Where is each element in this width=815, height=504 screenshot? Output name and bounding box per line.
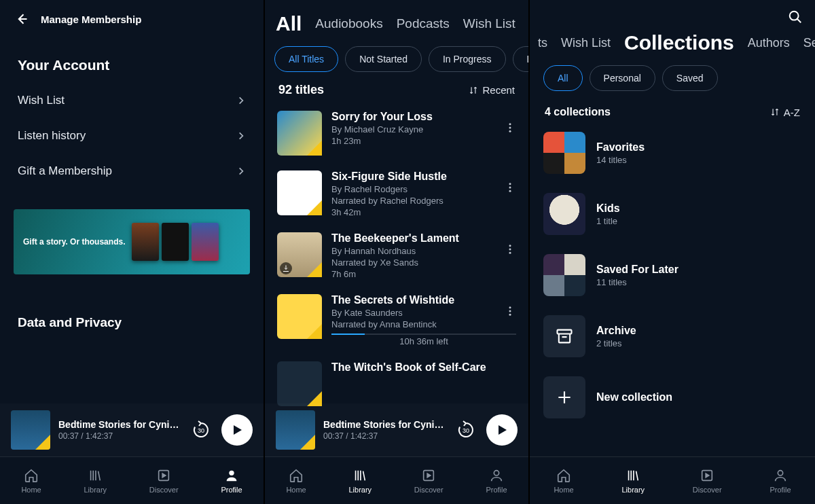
account-row-gift[interactable]: Gift a Membership: [0, 154, 264, 189]
nav-library[interactable]: Library: [621, 468, 645, 494]
add-collection-button[interactable]: [543, 376, 585, 418]
nav-home[interactable]: Home: [554, 468, 573, 494]
book-author: By Hannah Nordhaus: [331, 246, 516, 256]
sort-button[interactable]: Recent: [469, 84, 515, 96]
play-button[interactable]: [221, 414, 253, 446]
nav-label: Home: [286, 486, 306, 494]
chip-all[interactable]: All: [543, 65, 583, 91]
account-row-wishlist[interactable]: Wish List: [0, 83, 264, 118]
book-cover[interactable]: [277, 361, 322, 406]
panel-library: All Audiobooks Podcasts Wish List Co All…: [265, 0, 530, 504]
chip-not-started[interactable]: Not Started: [345, 46, 422, 72]
tab-cut-right[interactable]: Se: [803, 36, 815, 50]
svg-point-9: [509, 245, 511, 247]
sort-button[interactable]: A-Z: [770, 107, 800, 118]
title-count: 92 titles: [278, 83, 324, 97]
tab-podcasts[interactable]: Podcasts: [397, 16, 450, 31]
tab-wishlist[interactable]: Wish List: [561, 36, 611, 50]
play-button[interactable]: [486, 414, 518, 446]
back-arrow-icon[interactable]: [15, 12, 29, 26]
nav-discover[interactable]: Discover: [693, 468, 722, 494]
chip-in-progress[interactable]: In Progress: [429, 46, 506, 72]
nav-profile[interactable]: Profile: [486, 468, 507, 494]
discover-icon: [156, 468, 171, 483]
plus-icon: [556, 389, 573, 406]
nav-profile[interactable]: Profile: [769, 468, 791, 494]
book-title: The Witch's Book of Self-Care: [331, 361, 516, 374]
download-icon: [280, 262, 292, 274]
chip-personal[interactable]: Personal: [590, 65, 655, 91]
collection-row[interactable]: Kids1 title: [530, 183, 815, 245]
tab-wishlist[interactable]: Wish List: [463, 16, 515, 31]
nav-label: Library: [621, 486, 645, 494]
nav-label: Home: [21, 486, 41, 494]
nav-label: Library: [84, 486, 107, 494]
collection-cover: [543, 315, 585, 357]
nav-label: Profile: [486, 486, 507, 494]
collection-row[interactable]: Archive2 titles: [530, 306, 815, 367]
book-cover[interactable]: [277, 294, 322, 339]
player-title: Bedtime Stories for Cynics | O: [323, 419, 446, 430]
kebab-menu-icon[interactable]: [504, 122, 516, 134]
kebab-menu-icon[interactable]: [504, 181, 516, 194]
chip-all-titles[interactable]: All Titles: [274, 46, 338, 72]
book-cover[interactable]: [277, 111, 322, 156]
collection-row[interactable]: Favorites14 titles: [530, 122, 815, 183]
book-title: The Secrets of Wishtide: [331, 294, 516, 306]
book-cover[interactable]: [277, 170, 322, 215]
nav-profile[interactable]: Profile: [221, 468, 242, 494]
profile-icon: [489, 468, 504, 483]
svg-rect-19: [558, 330, 572, 334]
account-row-listen-history[interactable]: Listen history: [0, 118, 264, 154]
book-row[interactable]: The Secrets of WishtideBy Kate SaundersN…: [265, 286, 528, 353]
bottom-nav: Home Library Discover Profile: [265, 456, 528, 504]
mini-player[interactable]: Bedtime Stories for Cynics | O 00:37 / 1…: [265, 403, 528, 456]
banner-covers: [132, 223, 219, 261]
book-row[interactable]: Sorry for Your LossBy Michael Cruz Kayne…: [265, 103, 528, 162]
book-row[interactable]: Six-Figure Side HustleBy Rachel RodgersN…: [265, 162, 528, 224]
nav-library[interactable]: Library: [348, 468, 372, 494]
tab-collections[interactable]: Collections: [624, 31, 734, 54]
chevron-right-icon: [236, 166, 246, 176]
nav-label: Discover: [693, 486, 722, 494]
tab-audiobooks[interactable]: Audiobooks: [315, 16, 382, 31]
chip-saved[interactable]: Saved: [662, 65, 718, 91]
svg-point-5: [509, 130, 511, 132]
tab-authors[interactable]: Authors: [748, 36, 790, 50]
filter-chips: All Personal Saved: [530, 61, 815, 102]
mini-player[interactable]: Bedtime Stories for Cynics | O 00:37 / 1…: [0, 403, 264, 456]
book-author: By Rachel Rodgers: [331, 184, 516, 194]
player-time: 00:37 / 1:42:37: [58, 431, 181, 441]
rewind-30-button[interactable]: 30: [189, 418, 213, 442]
nav-discover[interactable]: Discover: [149, 468, 179, 494]
collection-cover: [543, 193, 585, 235]
book-narrator: Narrated by Anna Bentinck: [331, 319, 516, 329]
kebab-menu-icon[interactable]: [504, 243, 516, 255]
player-cover[interactable]: [11, 410, 50, 450]
player-cover[interactable]: [276, 410, 315, 450]
book-row[interactable]: The Beekeeper's LamentBy Hannah Nordhaus…: [265, 224, 528, 286]
book-author: By Michael Cruz Kayne: [331, 124, 516, 134]
gift-banner[interactable]: Gift a story. Or thousands.: [14, 209, 250, 274]
collection-title: Kids: [596, 202, 620, 215]
sort-label: A-Z: [784, 107, 800, 118]
row-label: Wish List: [18, 94, 65, 107]
tab-cut-left[interactable]: ts: [538, 36, 547, 50]
new-collection-row[interactable]: New collection: [530, 367, 815, 428]
library-icon: [626, 468, 640, 483]
book-cover[interactable]: [277, 232, 322, 277]
top-tabs: ts Wish List Collections Authors Se: [530, 26, 815, 61]
book-title: Six-Figure Side Hustle: [331, 170, 516, 183]
nav-discover[interactable]: Discover: [414, 468, 443, 494]
rewind-30-button[interactable]: 30: [454, 418, 478, 442]
collection-cover: [543, 132, 585, 174]
collection-row[interactable]: Saved For Later11 titles: [530, 245, 815, 306]
search-icon[interactable]: [788, 10, 803, 24]
kebab-menu-icon[interactable]: [504, 305, 516, 317]
nav-home[interactable]: Home: [286, 468, 306, 494]
nav-home[interactable]: Home: [21, 468, 41, 494]
tab-all[interactable]: All: [276, 12, 302, 35]
row-label: Gift a Membership: [18, 164, 112, 178]
chip-downloaded-cut[interactable]: Dov: [513, 46, 528, 72]
nav-library[interactable]: Library: [84, 468, 107, 494]
